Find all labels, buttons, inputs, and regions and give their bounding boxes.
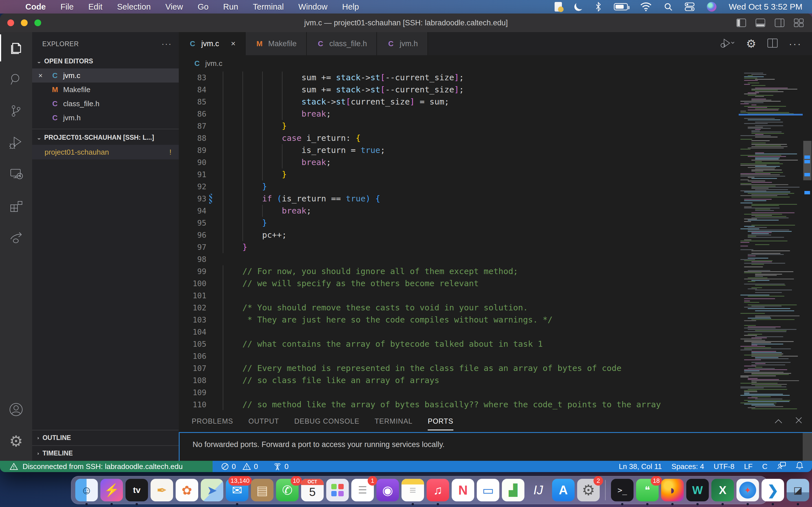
minimap[interactable] — [739, 71, 803, 410]
encoding-status[interactable]: UTF-8 — [714, 462, 734, 471]
spotlight-search-icon[interactable] — [664, 0, 672, 13]
open-editor-jvm.h[interactable]: Cjvm.h — [32, 111, 179, 125]
dock-podcasts[interactable]: ◉ — [376, 479, 399, 501]
menu-item-view[interactable]: View — [165, 2, 183, 11]
source-control-icon[interactable] — [0, 95, 32, 127]
project-section-header[interactable]: ⌄ PROJECT01-SCHAUHAN [SSH: L...] — [32, 129, 179, 145]
cursor-position-status[interactable]: Ln 38, Col 11 — [619, 462, 662, 471]
menu-bar-clock[interactable]: Wed Oct 5 3:52 PM — [729, 2, 802, 11]
dock-reminders[interactable]: ☰1 — [351, 479, 374, 501]
dock-numbers[interactable]: ▟ — [502, 479, 524, 501]
remote-status-item[interactable]: Disconnected from SSH: labradoodle.calte… — [0, 461, 213, 472]
menu-item-code[interactable]: Code — [26, 2, 46, 11]
dock-desktop-picture[interactable]: ◪ — [786, 479, 809, 501]
code-line-90[interactable]: 90 break; — [179, 156, 739, 168]
code-line-96[interactable]: 96 pc++; — [179, 229, 739, 241]
toggle-panel-icon[interactable] — [756, 18, 765, 27]
menu-item-edit[interactable]: Edit — [88, 2, 102, 11]
code-line-104[interactable]: 104 — [179, 326, 739, 338]
open-editors-section[interactable]: ⌄ OPEN EDITORS — [32, 54, 179, 68]
menu-item-go[interactable]: Go — [198, 2, 209, 11]
open-editor-jvm.c[interactable]: ×Cjvm.c — [32, 68, 179, 82]
close-tab-icon[interactable]: × — [231, 39, 236, 48]
dock-webex[interactable]: W — [686, 479, 709, 501]
open-editor-class_file.h[interactable]: Cclass_file.h — [32, 97, 179, 111]
siri-icon[interactable] — [707, 0, 716, 13]
panel-tab-output[interactable]: OUTPUT — [248, 417, 279, 425]
notifications-bell-icon[interactable] — [796, 461, 804, 472]
dock-terminal[interactable]: >_ — [611, 479, 633, 501]
dock-pages[interactable]: ✒ — [151, 479, 173, 501]
menu-item-file[interactable]: File — [61, 2, 74, 11]
dock-photos[interactable]: ✿ — [175, 479, 198, 501]
code-line-86[interactable]: 86 break; — [179, 108, 739, 120]
dock-vscode[interactable]: ❯ — [762, 479, 784, 501]
sidebar-actions-ellipsis[interactable]: ··· — [161, 40, 172, 48]
dock-excel[interactable]: X — [711, 479, 734, 501]
code-line-97[interactable]: 97 } — [179, 241, 739, 253]
battery-icon[interactable] — [614, 0, 628, 13]
extensions-icon[interactable] — [0, 190, 32, 221]
project-folder-item[interactable]: project01-schauhan ! — [32, 145, 179, 159]
accounts-icon[interactable] — [0, 394, 32, 425]
bluetooth-icon[interactable] — [595, 0, 601, 13]
tab-jvm.h[interactable]: Cjvm.h — [377, 32, 428, 55]
code-line-95[interactable]: 95 } — [179, 217, 739, 229]
dock-finder[interactable]: ☺ — [75, 479, 98, 501]
panel-tab-terminal[interactable]: TERMINAL — [375, 417, 412, 425]
code-line-84[interactable]: 84 sum += stack->st[--current_size]; — [179, 83, 739, 96]
code-line-98[interactable]: 98 — [179, 253, 739, 265]
code-line-105[interactable]: 105 // what contains the array of byteco… — [179, 338, 739, 350]
code-editor[interactable]: 83 sum += stack->st[--current_size];84 s… — [179, 71, 812, 410]
toggle-secondary-sidebar-icon[interactable] — [775, 18, 784, 27]
menu-item-run[interactable]: Run — [223, 2, 238, 11]
maximize-panel-icon[interactable] — [774, 416, 783, 426]
code-line-109[interactable]: 109 — [179, 386, 739, 399]
dock-apple-tv[interactable]: tv — [125, 479, 148, 501]
dock-launchpad[interactable] — [326, 479, 349, 501]
toggle-sidebar-icon[interactable] — [737, 18, 746, 27]
dock-notes[interactable]: ≡ — [402, 479, 424, 501]
tab-class_file.h[interactable]: Cclass_file.h — [307, 32, 377, 55]
search-icon[interactable] — [0, 64, 32, 95]
code-line-88[interactable]: 88 case i_return: { — [179, 132, 739, 144]
code-line-100[interactable]: 100 // we will specify as the others bec… — [179, 277, 739, 290]
settings-gear-icon[interactable]: ⚙ — [0, 425, 32, 457]
code-line-87[interactable]: 87 } — [179, 120, 739, 132]
feedback-icon[interactable] — [777, 461, 786, 472]
wifi-icon[interactable] — [640, 0, 652, 13]
code-line-85[interactable]: 85 stack->st[current_size] = sum; — [179, 96, 739, 108]
dock-news[interactable]: N — [452, 479, 474, 501]
dock-intellij-idea[interactable]: IJ — [527, 479, 550, 501]
tab-jvm.c[interactable]: Cjvm.c× — [179, 32, 246, 55]
dock-messenger[interactable]: ⚡ — [100, 479, 123, 501]
eol-status[interactable]: LF — [744, 462, 753, 471]
language-mode-status[interactable]: C — [762, 462, 767, 471]
dock-music[interactable]: ♫ — [426, 479, 449, 501]
code-line-99[interactable]: 99 // For now, you should ignore all of … — [179, 265, 739, 277]
code-line-92[interactable]: 92 } — [179, 180, 739, 193]
code-line-91[interactable]: 91 } — [179, 168, 739, 180]
code-line-110[interactable]: 110 // so method like the array of bytes… — [179, 399, 739, 410]
timeline-section[interactable]: › TIMELINE — [32, 445, 179, 461]
split-editor-icon[interactable] — [767, 39, 777, 49]
dock-keynote[interactable]: ▭ — [477, 479, 499, 501]
dock-safari[interactable]: ✦ — [737, 479, 759, 501]
run-or-debug-icon[interactable] — [720, 38, 735, 50]
live-share-icon[interactable] — [0, 221, 32, 253]
close-panel-icon[interactable] — [795, 416, 802, 426]
panel-tab-problems[interactable]: PROBLEMS — [192, 417, 233, 425]
dock-contacts[interactable]: ▤ — [251, 479, 273, 501]
code-line-102[interactable]: 102 /* You should remove these casts to … — [179, 302, 739, 314]
code-line-103[interactable]: 103 * They are just here so the code com… — [179, 314, 739, 326]
code-lines[interactable]: 83 sum += stack->st[--current_size];84 s… — [179, 71, 739, 410]
code-line-107[interactable]: 107 // Every method is represented in th… — [179, 362, 739, 374]
dock-settings[interactable]: ⚙2 — [577, 479, 600, 501]
explorer-icon[interactable] — [0, 32, 32, 64]
customize-layout-icon[interactable] — [794, 18, 804, 27]
code-line-89[interactable]: 89 is_return = true; — [179, 144, 739, 156]
panel-tab-debug-console[interactable]: DEBUG CONSOLE — [294, 417, 359, 425]
menu-item-help[interactable]: Help — [342, 2, 359, 11]
grammarly-icon[interactable] — [555, 0, 562, 13]
dock-facetime[interactable]: ✆10 — [276, 479, 299, 501]
